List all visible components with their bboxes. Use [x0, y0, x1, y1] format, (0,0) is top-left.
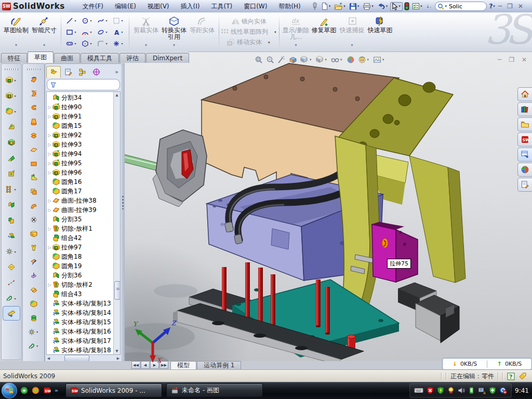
tree-item[interactable]: ▷拉伸90 [47, 102, 114, 112]
search-scope-dropdown[interactable]: ▾ [445, 4, 447, 8]
features-toolbar-icon-7[interactable]: ▾ [2, 181, 21, 197]
rect-sketch-tool[interactable]: ▾ [64, 29, 79, 36]
circle-sketch-tool[interactable]: ▾ [79, 17, 95, 24]
search-input[interactable] [448, 3, 480, 10]
quick-launch-qgreen[interactable] [20, 387, 28, 394]
print-icon[interactable]: ▾ [362, 2, 376, 10]
sketch-button[interactable]: 草图绘制▾ [2, 14, 30, 50]
surfaces-toolbar-icon-9[interactable] [23, 198, 44, 212]
surfaces-toolbar-icon-10[interactable] [23, 212, 44, 227]
spline-sketch-tool[interactable]: ▾ [95, 17, 111, 24]
tree-item[interactable]: ▷切除-放样2 [47, 280, 114, 289]
quick-launch-qsw[interactable]: SW [43, 387, 51, 394]
menu-item-6[interactable]: 帮助(H) [273, 1, 305, 12]
surfaces-toolbar-icon-2[interactable] [23, 100, 44, 114]
tree-item[interactable]: 分割36 [47, 271, 114, 280]
menu-item-1[interactable]: 编辑(E) [110, 1, 141, 12]
newdoc-icon[interactable]: ▾ [320, 2, 333, 11]
features-toolbar-icon-0[interactable]: ▾ [2, 72, 21, 88]
tray-shieldX-icon[interactable] [427, 387, 434, 394]
surfaces-toolbar-icon-11[interactable] [23, 227, 44, 241]
smart-dimension-button[interactable]: 智能尺寸▾ [30, 14, 58, 50]
tab-曲面[interactable]: 曲面 [54, 53, 80, 63]
propertymanager-tab[interactable] [61, 66, 75, 77]
tray-cert-icon[interactable] [447, 387, 455, 394]
tray-syncB-icon[interactable] [499, 387, 507, 394]
appearances-tab[interactable] [517, 163, 532, 177]
section-view-icon[interactable] [289, 56, 297, 64]
taskbar-button-1[interactable]: 未命名 - 画图 [166, 383, 263, 397]
features-toolbar-icon-6[interactable] [2, 166, 21, 181]
view-palette-tab[interactable] [517, 148, 532, 162]
network-speed-widget[interactable]: ↓0KB/S ↑0KB/S [442, 358, 532, 370]
tree-item[interactable]: ▷拉伸91 [47, 112, 114, 121]
glasses-view-icon[interactable]: ▾ [331, 56, 343, 64]
start-button[interactable] [2, 383, 17, 398]
ball2-view-icon[interactable]: ▾ [358, 56, 370, 64]
solidworks-resources-tab[interactable] [517, 87, 532, 101]
scroll-down-icon[interactable]: ▼ [114, 348, 120, 354]
convert-entities-button[interactable]: 转换实体引用▾ [160, 14, 188, 50]
scroll-up-icon[interactable]: ▲ [114, 92, 120, 98]
surfaces-toolbar-icon-19[interactable]: ▾ [23, 339, 44, 353]
3d-model[interactable] [125, 52, 532, 361]
tree-item[interactable]: ▷拉伸95 [47, 158, 114, 168]
polygon-sketch-tool[interactable]: ▾ [79, 40, 95, 47]
zoomfit-view-icon[interactable] [255, 56, 263, 64]
wand-view-icon[interactable] [277, 56, 286, 64]
traffic-icon[interactable] [403, 2, 410, 11]
features-toolbar-icon-8[interactable] [2, 197, 21, 212]
tree-item[interactable]: 实体-移动/复制14 [47, 308, 114, 317]
arc-sketch-tool[interactable]: ▾ [79, 29, 95, 36]
features-toolbar-icon-9[interactable] [2, 212, 21, 228]
menu-item-4[interactable]: 工具(T) [206, 1, 237, 12]
quick-launch-qorange[interactable] [32, 387, 39, 394]
tree-item[interactable]: 实体-移动/复制17 [47, 336, 114, 345]
mirror-entities-button[interactable]: 镜向实体 [232, 17, 267, 26]
tab-草图[interactable]: 草图 [28, 51, 54, 63]
surfaces-toolbar-icon-16[interactable] [23, 297, 44, 311]
cube-view-icon[interactable]: ▾ [300, 56, 313, 64]
tree-item[interactable]: 实体-移动/复制15 [47, 317, 114, 327]
tree-item[interactable]: ▷拉伸97 [47, 243, 114, 252]
tree-item[interactable]: 实体-移动/复制13 [47, 299, 114, 308]
surfaces-toolbar-icon-1[interactable] [23, 86, 44, 100]
ball-view-icon[interactable] [347, 56, 355, 64]
tag-icon[interactable] [518, 372, 527, 380]
featuremanager-tab[interactable] [46, 66, 61, 78]
tree-item[interactable]: 实体-移动/复制18 [47, 345, 114, 355]
photo-view-icon[interactable]: ▾ [373, 56, 385, 64]
open-icon[interactable]: ▾ [333, 2, 348, 11]
cube2-view-icon[interactable]: ▾ [316, 56, 328, 64]
tab-评估[interactable]: 评估 [119, 53, 145, 63]
tree-item[interactable]: ▷拉伸92 [47, 130, 114, 140]
tree-item[interactable]: 组合43 [47, 289, 114, 299]
surfaces-toolbar-icon-12[interactable] [23, 241, 44, 255]
textA-sketch-tool[interactable]: A▾ [111, 29, 126, 36]
tree-item[interactable]: ▷曲面-拉伸39 [47, 205, 114, 215]
file-explorer-tab[interactable] [517, 117, 532, 131]
tray-shieldZ-icon[interactable] [437, 387, 444, 394]
configurationmanager-tab[interactable] [75, 66, 89, 77]
custom-properties-tab[interactable] [517, 178, 532, 192]
design-library-tab[interactable] [517, 102, 532, 116]
tray-netwarn-icon[interactable] [478, 387, 486, 394]
doc-minimize-button[interactable]: ─ [498, 56, 501, 63]
features-toolbar-icon-11[interactable]: ▾ [2, 244, 21, 259]
tree-item[interactable]: 圆角17 [47, 187, 114, 196]
move-entities-button[interactable]: 移动实体▾ [227, 38, 271, 47]
panel-splitter[interactable] [121, 63, 125, 361]
line-sketch-tool[interactable]: ▾ [64, 17, 79, 24]
features-toolbar-icon-13[interactable] [2, 275, 21, 290]
tree-item[interactable]: 分割35 [47, 215, 114, 224]
quick-launch-overflow[interactable]: » [55, 387, 58, 394]
surfaces-toolbar-icon-15[interactable] [23, 283, 44, 297]
surfaces-toolbar-icon-18[interactable]: ▾ [23, 325, 44, 339]
linear-sketch-pattern-button[interactable]: 线性草图阵列▾ [221, 28, 277, 36]
tray-shieldP-icon[interactable] [489, 387, 496, 394]
scrollbar-thumb[interactable] [114, 281, 121, 300]
tree-item[interactable]: ▷曲面-拉伸38 [47, 196, 114, 205]
graphics-viewport[interactable]: ▾▾▾▾▾ ─ ❐ ✕ SW Y Z X 拉伸75 [125, 52, 532, 361]
tree-item[interactable]: ▷拉伸94 [47, 149, 114, 158]
mini-icon[interactable]: ⇣.. [424, 2, 433, 10]
